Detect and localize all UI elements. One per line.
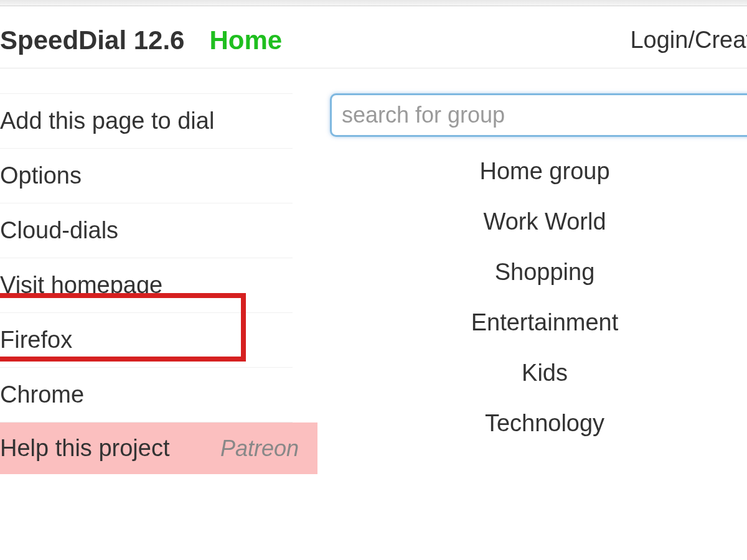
menu-chrome[interactable]: Chrome: [0, 368, 293, 422]
group-item[interactable]: Work World: [483, 208, 606, 235]
group-item[interactable]: Kids: [522, 360, 568, 386]
header-left: SpeedDial 12.6 Home: [0, 26, 282, 55]
menu-options[interactable]: Options: [0, 149, 293, 203]
group-item[interactable]: Entertainment: [471, 309, 619, 336]
home-link[interactable]: Home: [209, 26, 282, 55]
group-panel: Home group Work World Shopping Entertain…: [293, 75, 747, 560]
app-title: SpeedDial 12.6: [0, 26, 184, 55]
menu-firefox[interactable]: Firefox: [0, 313, 293, 368]
group-item[interactable]: Shopping: [495, 259, 595, 286]
menu-help-project[interactable]: Help this project Patreon: [0, 422, 317, 474]
group-item[interactable]: Home group: [479, 158, 609, 185]
group-list: Home group Work World Shopping Entertain…: [330, 158, 747, 437]
menu-cloud-dials[interactable]: Cloud-dials: [0, 203, 293, 258]
patreon-label: Patreon: [220, 436, 299, 462]
search-group-input[interactable]: [330, 93, 747, 137]
help-project-label: Help this project: [0, 435, 169, 462]
body: Add this page to dial Options Cloud-dial…: [0, 75, 747, 560]
menu-add-page[interactable]: Add this page to dial: [0, 93, 293, 149]
group-item[interactable]: Technology: [485, 410, 604, 437]
login-create-link[interactable]: Login/Create: [630, 27, 747, 54]
header: SpeedDial 12.6 Home Login/Create: [0, 12, 747, 68]
window-chrome-edge: [0, 0, 747, 6]
menu-visit-homepage[interactable]: Visit homepage: [0, 258, 293, 313]
side-menu: Add this page to dial Options Cloud-dial…: [0, 75, 293, 560]
